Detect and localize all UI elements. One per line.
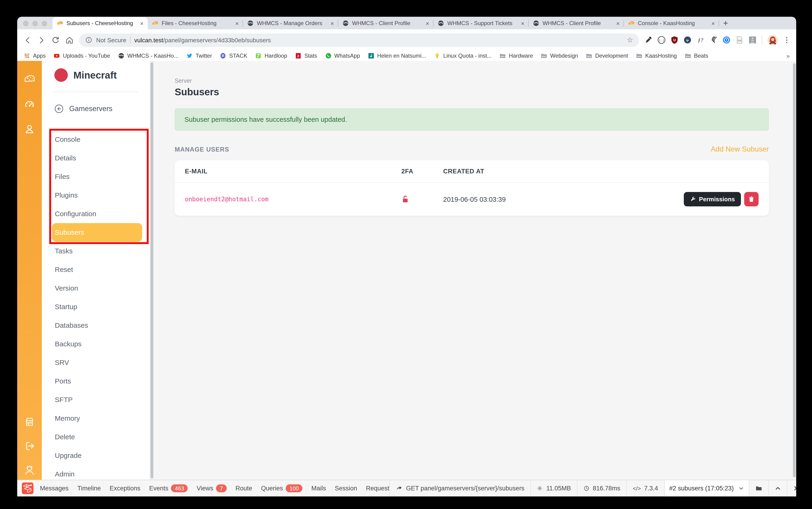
browser-tab[interactable]: Subusers - CheeseHosting× (52, 17, 148, 29)
sidebar-item-configuration[interactable]: Configuration (42, 205, 150, 223)
eyedropper-icon[interactable] (644, 36, 653, 44)
debug-menu-views[interactable]: Views7 (197, 484, 227, 492)
user-icon[interactable] (24, 123, 35, 135)
browser-tab[interactable]: WHMCS - Manage Orders× (243, 17, 338, 29)
sidebar-item-reset[interactable]: Reset (42, 260, 150, 279)
browser-tab[interactable]: Console - KaasHosting× (624, 17, 719, 29)
debug-menu-request[interactable]: Request (366, 485, 390, 492)
function-question-icon[interactable]: ƒ? (696, 36, 705, 44)
shop-icon[interactable] (24, 416, 35, 428)
sidebar-item-files[interactable]: Files (42, 167, 150, 186)
add-new-subuser-link[interactable]: Add New Subuser (711, 145, 769, 154)
info-icon[interactable] (85, 36, 93, 44)
tab-close-icon[interactable]: × (235, 20, 239, 27)
onepassword-icon[interactable] (722, 36, 731, 44)
tex-icon[interactable]: TeX (735, 36, 744, 44)
sidebar-item-console[interactable]: Console (42, 130, 150, 149)
address-bar[interactable]: Not Secure vulcan.test/panel/gameservers… (79, 33, 639, 47)
ip-lookup-icon[interactable]: ip (683, 36, 692, 44)
debug-menu-events[interactable]: Events463 (149, 484, 188, 492)
bookmark-item[interactable]: Helen en Natsumi... (368, 53, 426, 59)
open-folder-button[interactable] (748, 480, 768, 497)
logout-icon[interactable] (24, 440, 35, 452)
cheese-logo-icon[interactable] (24, 73, 35, 84)
page-scrollbar-thumb[interactable] (793, 63, 796, 477)
page-scrollbar[interactable] (792, 61, 796, 480)
debug-menu-timeline[interactable]: Timeline (77, 485, 101, 492)
code-braces-icon[interactable]: {…} (657, 36, 666, 44)
admin-icon[interactable] (24, 464, 35, 476)
browser-tab[interactable]: WHMCS - Client Profile× (529, 17, 624, 29)
bookmark-item[interactable]: WHMCS - KaasHo... (118, 53, 178, 59)
home-icon[interactable] (65, 36, 74, 44)
sidebar-item-upgrade[interactable]: Upgrade (42, 446, 150, 465)
bookmark-item[interactable]: STACK (220, 53, 247, 59)
window-zoom-button[interactable] (42, 21, 47, 26)
sidebar-scrollbar-thumb[interactable] (150, 62, 153, 478)
sidebar-item-delete[interactable]: Delete (42, 428, 150, 446)
browser-tab[interactable]: Files - CheeseHosting× (148, 17, 243, 29)
debug-menu-route[interactable]: Route (235, 485, 252, 492)
new-tab-button[interactable]: + (719, 17, 732, 29)
delete-subuser-button[interactable] (744, 192, 759, 206)
sidebar-item-tasks[interactable]: Tasks (42, 242, 150, 260)
jquery-icon[interactable] (709, 36, 718, 44)
debug-menu-messages[interactable]: Messages (40, 485, 69, 492)
sidebar-item-startup[interactable]: Startup (42, 298, 150, 316)
tab-close-icon[interactable]: × (426, 20, 429, 27)
bookmark-item[interactable]: Twitter (186, 53, 212, 59)
bookmark-item[interactable]: Hardware (500, 53, 533, 59)
sidebar-scrollbar[interactable] (150, 61, 154, 480)
history-select[interactable]: #2 subusers (17:05:23) (664, 480, 748, 497)
bookmark-item[interactable]: Apps (24, 53, 46, 59)
back-to-gameservers-link[interactable]: Gameservers (42, 92, 150, 113)
bookmark-item[interactable]: WhatsApp (325, 53, 360, 59)
debug-menu-session[interactable]: Session (335, 485, 357, 492)
sidebar-item-subusers[interactable]: Subusers (52, 223, 142, 242)
bookmark-item[interactable]: Development (586, 53, 628, 59)
bookmark-item[interactable]: Beats (685, 53, 708, 59)
sidebar-item-memory[interactable]: Memory (42, 409, 150, 428)
debug-menu-queries[interactable]: Queries100 (261, 484, 303, 492)
tab-close-icon[interactable]: × (331, 20, 334, 27)
sidebar-item-version[interactable]: Version (42, 279, 150, 298)
sidebar-item-details[interactable]: Details (42, 149, 150, 167)
request-route[interactable]: GET panel/gameservers/{server}/subusers (389, 480, 530, 497)
tab-close-icon[interactable]: × (616, 20, 620, 27)
bookmark-item[interactable]: Linux Quota - inst... (434, 53, 492, 59)
bookmark-star-icon[interactable]: ☆ (627, 36, 633, 44)
bookmark-item[interactable]: Hardloop (255, 53, 287, 59)
window-minimize-button[interactable] (33, 21, 38, 26)
sidebar-item-srv[interactable]: SRV (42, 353, 150, 372)
tab-close-icon[interactable]: × (711, 20, 715, 27)
reload-icon[interactable] (51, 36, 60, 44)
bookmark-item[interactable]: Webdesign (541, 53, 578, 59)
bookmark-item[interactable]: KaasHosting (636, 53, 677, 59)
debug-menu-mails[interactable]: Mails (311, 485, 326, 492)
sidebar-item-backups[interactable]: Backups (42, 335, 150, 353)
back-icon[interactable] (23, 36, 32, 44)
tab-close-icon[interactable]: × (140, 20, 144, 27)
sidebar-item-databases[interactable]: Databases (42, 316, 150, 335)
sidebar-item-sftp[interactable]: SFTP (42, 391, 150, 409)
browser-tab[interactable]: WHMCS - Client Profile× (338, 17, 433, 29)
mgiga-icon[interactable]: MGIGA (748, 36, 757, 44)
profile-avatar[interactable] (767, 35, 778, 45)
bookmark-item[interactable]: Uploads - YouTube (54, 53, 110, 59)
sidebar-item-ports[interactable]: Ports (42, 372, 150, 391)
browser-tab[interactable]: WHMCS - Support Tickets× (433, 17, 529, 29)
sidebar-item-admin[interactable]: Admin (42, 465, 150, 480)
forward-icon[interactable] (37, 36, 46, 44)
debug-menu-exceptions[interactable]: Exceptions (110, 485, 140, 492)
dashboard-icon[interactable] (24, 98, 35, 110)
close-debugbar-button[interactable] (787, 480, 796, 497)
permissions-button[interactable]: Permissions (684, 192, 741, 206)
sidebar-item-plugins[interactable]: Plugins (42, 186, 150, 205)
bookmark-item[interactable]: ZStats (295, 53, 317, 59)
tab-close-icon[interactable]: × (521, 20, 524, 27)
ublock-icon[interactable]: U (670, 36, 679, 44)
window-close-button[interactable] (23, 21, 28, 26)
minimize-debugbar-button[interactable] (768, 480, 787, 497)
bookmarks-overflow-icon[interactable]: » (786, 52, 790, 59)
browser-menu-icon[interactable]: ⋮ (783, 36, 790, 44)
